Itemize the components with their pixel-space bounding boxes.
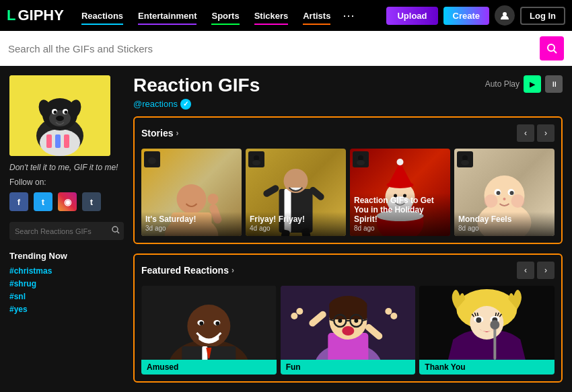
nav-entertainment[interactable]: Entertainment [131, 8, 203, 24]
trending-tag-yes[interactable]: #yes [9, 305, 124, 314]
channel-handle-row: @reactions ✓ [133, 99, 260, 110]
svg-point-55 [485, 194, 498, 208]
stories-header: Stories › ‹ › [141, 124, 555, 142]
featured-next-button[interactable]: › [537, 262, 555, 279]
svg-point-98 [476, 317, 482, 323]
featured-card-3[interactable]: Thank You [419, 286, 555, 375]
svg-point-16 [65, 111, 68, 114]
svg-point-30 [252, 160, 260, 165]
svg-point-39 [358, 155, 363, 161]
stories-title[interactable]: Stories › [141, 128, 178, 139]
svg-point-59 [497, 191, 501, 195]
featured-prev-button[interactable]: ‹ [517, 262, 534, 279]
svg-point-52 [461, 160, 469, 165]
story-time-3: 8d ago [354, 225, 446, 232]
tumblr-link[interactable]: t [82, 192, 101, 211]
search-bar [0, 31, 572, 66]
svg-point-84 [354, 319, 358, 323]
svg-point-101 [491, 320, 500, 329]
svg-line-2 [554, 50, 557, 53]
user-icon[interactable] [495, 5, 515, 26]
svg-rect-6 [46, 134, 52, 148]
instagram-link[interactable]: ◉ [58, 192, 77, 211]
sidebar-search-input[interactable] [15, 227, 108, 235]
svg-point-15 [54, 111, 57, 114]
featured-card-1[interactable]: Amused [141, 286, 277, 375]
story-time-4: 8d ago [458, 225, 550, 232]
featured-nav: ‹ › [517, 262, 555, 279]
story-label-1: It's Saturday! 3d ago [141, 212, 242, 235]
svg-point-88 [296, 308, 303, 315]
svg-point-91 [390, 313, 397, 319]
trending-section: Trending Now #christmas #shrug #snl #yes [9, 251, 124, 314]
story-title-1: It's Saturday! [145, 214, 238, 224]
svg-point-21 [148, 157, 156, 164]
logo-giphy-text: GIPHY [17, 7, 63, 24]
trending-tag-shrug[interactable]: #shrug [9, 279, 124, 288]
story-card-3[interactable]: Reaction GIFs to Get You in the Holiday … [350, 149, 450, 236]
svg-line-19 [117, 231, 119, 233]
story-avatar-1 [144, 151, 160, 167]
social-links: f t ◉ t [9, 192, 124, 211]
svg-point-61 [503, 198, 506, 200]
nav-more-icon[interactable]: ⋯ [338, 8, 359, 23]
upload-button[interactable]: Upload [386, 7, 437, 25]
channel-tagline: Don't tell it to me, GIF it to me! [9, 163, 124, 172]
verified-badge: ✓ [180, 99, 191, 110]
svg-point-67 [199, 321, 203, 325]
story-card-1[interactable]: It's Saturday! 3d ago [141, 149, 242, 236]
sidebar-search-button[interactable] [112, 226, 120, 236]
svg-rect-8 [64, 134, 69, 148]
pause-button[interactable]: ⏸ [545, 75, 563, 93]
stories-next-button[interactable]: › [537, 124, 555, 142]
story-card-4[interactable]: Monday Feels 8d ago [454, 149, 555, 236]
trending-tag-christmas[interactable]: #christmas [9, 266, 124, 276]
stories-chevron: › [176, 128, 178, 138]
svg-point-29 [254, 155, 259, 161]
facebook-link[interactable]: f [9, 192, 28, 211]
story-card-2[interactable]: Friyay! Friyay! 4d ago [246, 149, 346, 236]
create-button[interactable]: Create [443, 7, 489, 25]
twitter-link[interactable]: t [34, 192, 52, 211]
featured-card-2[interactable]: Fun [281, 286, 416, 375]
logo[interactable]: L GIPHY [7, 7, 64, 24]
stories-nav: ‹ › [517, 124, 555, 142]
svg-rect-100 [494, 326, 497, 360]
svg-point-85 [342, 326, 354, 336]
svg-point-60 [510, 191, 514, 195]
autoplay-controls: Auto Play ▶ ⏸ [485, 75, 563, 93]
svg-point-51 [462, 155, 468, 161]
featured-grid: Amused [141, 286, 555, 375]
play-button[interactable]: ▶ [524, 75, 541, 93]
sidebar: Don't tell it to me, GIF it to me! Follo… [9, 75, 124, 392]
stories-prev-button[interactable]: ‹ [517, 124, 534, 142]
search-button[interactable] [540, 36, 564, 61]
svg-point-56 [511, 194, 525, 208]
svg-point-24 [177, 184, 207, 214]
channel-info: Reaction GIFs @reactions ✓ [133, 75, 260, 110]
story-title-2: Friyay! Friyay! [250, 214, 342, 224]
nav-reactions[interactable]: Reactions [75, 8, 130, 24]
trending-title: Trending Now [9, 251, 124, 261]
svg-point-89 [291, 313, 297, 319]
featured-label-1: Amused [141, 360, 277, 375]
nav-artists[interactable]: Artists [296, 8, 337, 24]
channel-title: Reaction GIFs [133, 75, 260, 96]
nav-stickers[interactable]: Stickers [248, 8, 295, 24]
nav-sports[interactable]: Sports [205, 8, 246, 24]
header: L GIPHY Reactions Entertainment Sports S… [0, 0, 572, 31]
main-channel-content: Reaction GIFs @reactions ✓ Auto Play ▶ ⏸… [133, 75, 563, 392]
login-button[interactable]: Log In [520, 7, 565, 25]
svg-point-40 [357, 160, 365, 165]
story-time-1: 3d ago [145, 225, 238, 232]
autoplay-label: Auto Play [485, 79, 520, 89]
featured-section: Featured Reactions › ‹ › [133, 253, 563, 383]
svg-rect-7 [55, 134, 61, 148]
search-input[interactable] [8, 43, 534, 54]
story-title-3: Reaction GIFs to Get You in the Holiday … [354, 196, 446, 225]
header-actions: Upload Create Log In [386, 5, 565, 26]
featured-label-2: Fun [281, 360, 416, 375]
story-avatar-3 [353, 151, 369, 167]
trending-tag-snl[interactable]: #snl [9, 292, 124, 301]
featured-title[interactable]: Featured Reactions › [141, 265, 234, 276]
